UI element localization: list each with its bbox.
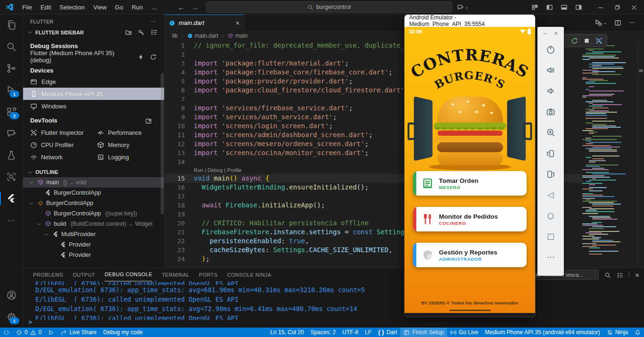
stop-icon[interactable] bbox=[583, 37, 590, 44]
command-center-search[interactable]: burgercontrol bbox=[206, 1, 452, 13]
editor-more-icon[interactable]: ⋯ bbox=[629, 19, 636, 26]
emu-back-button[interactable]: ◁ bbox=[537, 184, 564, 205]
hot-restart-icon[interactable] bbox=[150, 53, 157, 60]
forward-arrow-icon[interactable]: → bbox=[191, 3, 198, 11]
outline-row-burgercontrolapp[interactable]: BurgerControlApp({super.key}) bbox=[23, 208, 164, 219]
toggle-sidebar-icon[interactable] bbox=[546, 3, 553, 11]
device-row-edge[interactable]: Edge bbox=[23, 75, 164, 88]
emu-volume-down-button[interactable] bbox=[537, 81, 564, 101]
devtool-logging[interactable]: Logging bbox=[94, 151, 161, 164]
activity-item-chat[interactable] bbox=[0, 123, 23, 144]
search-icon[interactable] bbox=[604, 271, 611, 279]
status-indentation[interactable]: Spaces: 2 bbox=[307, 328, 339, 337]
open-devtools-icon[interactable] bbox=[145, 117, 157, 124]
panel-tab-terminal[interactable]: TERMINAL bbox=[162, 268, 190, 281]
outline-row-build[interactable]: build(BuildContext context) → Widget bbox=[23, 219, 164, 229]
activity-item-explorer[interactable] bbox=[0, 14, 23, 36]
devtool-flutter-inspector[interactable]: Flutter Inspector bbox=[27, 127, 94, 139]
minimize-icon[interactable] bbox=[597, 3, 604, 11]
sidebar-scrollbar[interactable] bbox=[161, 73, 164, 214]
back-arrow-icon[interactable]: ← bbox=[178, 3, 185, 11]
emu-overview-button[interactable]: □ bbox=[537, 226, 564, 247]
emulator-minimize-icon[interactable]: – bbox=[544, 30, 547, 37]
minimap[interactable] bbox=[581, 42, 634, 263]
checklist-icon[interactable] bbox=[150, 29, 157, 36]
emu-rotate-ccw-button[interactable] bbox=[537, 143, 564, 164]
device-row-windows[interactable]: Windows bbox=[23, 100, 164, 112]
run-or-debug-icon[interactable]: ⌄ bbox=[594, 19, 607, 26]
close-panel-icon[interactable]: × bbox=[635, 271, 639, 279]
status-finish-setup[interactable]: Finish Setup bbox=[400, 328, 447, 337]
activity-item-console-ninja[interactable] bbox=[0, 166, 23, 188]
outline-row-provider[interactable]: Provider bbox=[23, 239, 164, 250]
activity-item-more[interactable]: ⋯ bbox=[0, 209, 23, 231]
copilot-icon[interactable]: ⌄ bbox=[457, 4, 469, 11]
menu-item-edit[interactable]: Edit bbox=[36, 4, 55, 11]
status-cursor-position[interactable]: Ln 15, Col 20 bbox=[267, 328, 307, 337]
emu-more-button[interactable]: ⋯ bbox=[537, 247, 564, 267]
activity-item-extensions[interactable]: 2 bbox=[0, 101, 23, 123]
emu-home-button[interactable]: ○ bbox=[537, 205, 564, 226]
editor-scrollbar[interactable] bbox=[637, 41, 644, 268]
activity-item-search[interactable] bbox=[0, 36, 23, 58]
emu-volume-up-button[interactable] bbox=[537, 60, 564, 81]
status-debug-my-code[interactable]: Debug my code bbox=[100, 328, 146, 337]
run-config-icon[interactable] bbox=[138, 29, 145, 36]
emulator-title-bar[interactable]: Android Emulator - Medium_Phone_API_35:5… bbox=[405, 15, 535, 27]
split-editor-icon[interactable] bbox=[614, 18, 621, 26]
close-icon[interactable] bbox=[631, 3, 637, 11]
console-prompt[interactable]: > bbox=[28, 318, 32, 326]
activity-item-flutter[interactable] bbox=[0, 188, 23, 209]
activity-item-accounts[interactable] bbox=[0, 284, 23, 306]
toggle-secondary-sidebar-icon[interactable] bbox=[575, 3, 582, 11]
device-row-medium-phone-api-35[interactable]: Medium Phone API 35 bbox=[23, 88, 164, 100]
menu-item-go[interactable]: Go bbox=[111, 4, 127, 11]
panel-tab-console-ninja[interactable]: CONSOLE NINJA bbox=[227, 268, 272, 281]
activity-item-source-control[interactable] bbox=[0, 58, 23, 79]
devtool-memory[interactable]: Memory bbox=[94, 139, 161, 151]
panel-tab-debug-console[interactable]: DEBUG CONSOLE bbox=[105, 268, 152, 281]
menu-item-run[interactable]: Run bbox=[127, 4, 147, 11]
debug-session-row[interactable]: Flutter (Medium Phone API 35) (debug) bbox=[23, 51, 164, 62]
activity-item-run-and-debug[interactable]: 1 bbox=[0, 79, 23, 101]
status-problems[interactable]: 00 bbox=[13, 328, 45, 337]
status-debug[interactable] bbox=[45, 328, 58, 337]
status-notifications[interactable] bbox=[631, 328, 644, 337]
status-ninja[interactable]: Ninja bbox=[603, 328, 631, 337]
outline-row-main[interactable]: main() → void bbox=[23, 177, 164, 188]
emu-power-button[interactable] bbox=[537, 39, 564, 60]
menu-item-selection[interactable]: Selection bbox=[55, 4, 89, 11]
role-button-mesero[interactable]: Tomar OrdenMESERO bbox=[413, 171, 527, 196]
status-go-live[interactable]: Go Live bbox=[447, 328, 481, 337]
status-language-mode[interactable]: { }Dart bbox=[375, 328, 400, 337]
outline-row-burgercontrolapp[interactable]: BurgerControlApp bbox=[23, 198, 164, 208]
new-project-icon[interactable] bbox=[125, 29, 132, 36]
devtool-network[interactable]: Network bbox=[27, 151, 94, 164]
devtool-performance[interactable]: Performance bbox=[94, 127, 161, 139]
breadcrumb-item-main[interactable]: main bbox=[228, 33, 248, 39]
menu-item-[interactable]: … bbox=[147, 4, 162, 11]
outline-row-burgercontrolapp[interactable]: BurgerControlApp bbox=[23, 188, 164, 198]
status-flutter-device[interactable]: Medium Phone API 35 (android-x64 emulato… bbox=[482, 328, 603, 337]
activity-item-settings[interactable]: 1 bbox=[0, 306, 23, 328]
status-live-share[interactable]: Live Share bbox=[58, 328, 99, 337]
widget-inspector-icon[interactable] bbox=[595, 37, 603, 44]
emulator-close-icon[interactable]: × bbox=[554, 30, 558, 37]
activity-item-testing[interactable] bbox=[0, 144, 23, 166]
flutter-sidebar-section[interactable]: FLUTTER SIDEBAR bbox=[23, 26, 164, 38]
hot-reload-icon[interactable] bbox=[138, 53, 144, 60]
emu-rotate-cw-button[interactable] bbox=[537, 164, 564, 184]
outline-row-provider[interactable]: Provider bbox=[23, 250, 164, 260]
filter-lines-icon[interactable] bbox=[617, 271, 623, 279]
devtool-cpu-profiler[interactable]: CPU Profiler bbox=[27, 139, 94, 151]
breadcrumb-item-main-dart[interactable]: main.dart bbox=[187, 33, 218, 39]
nav-handle[interactable] bbox=[449, 310, 491, 311]
menu-item-file[interactable]: File bbox=[18, 4, 36, 11]
status-encoding[interactable]: UTF-8 bbox=[339, 328, 362, 337]
hot-restart-icon[interactable] bbox=[571, 37, 578, 44]
restore-icon[interactable] bbox=[614, 3, 620, 11]
emu-zoom-button[interactable] bbox=[537, 122, 564, 143]
role-button-cocinero[interactable]: Monitor de PedidosCOCINERO bbox=[413, 207, 527, 231]
status-eol[interactable]: LF bbox=[362, 328, 375, 337]
sidebar-more-icon[interactable]: ⋯ bbox=[151, 18, 157, 25]
